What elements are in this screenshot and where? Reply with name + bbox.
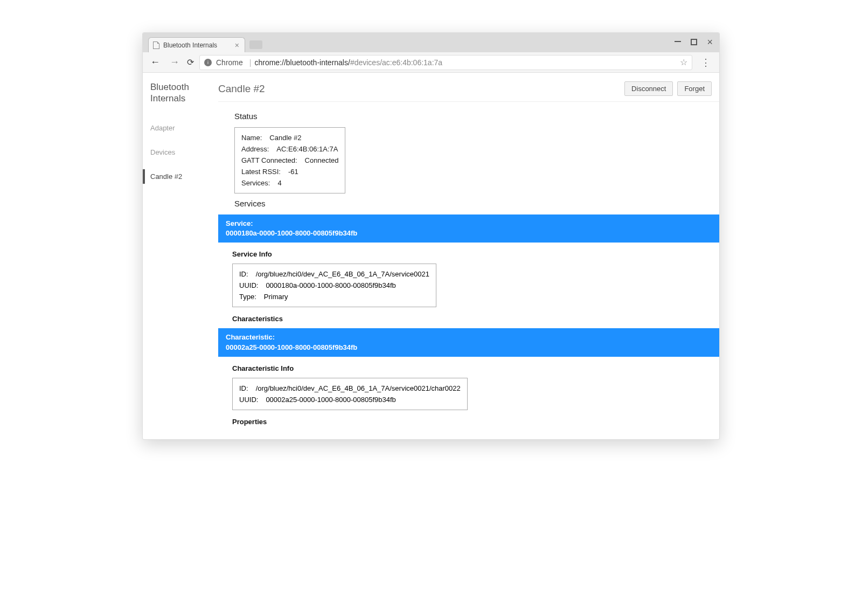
service-info-box: ID:/org/bluez/hci0/dev_AC_E6_4B_06_1A_7A…: [232, 264, 436, 307]
reload-button[interactable]: ⟳: [187, 57, 194, 67]
service-info-uuid: 0000180a-0000-1000-8000-00805f9b34fb: [266, 281, 395, 289]
characteristic-header-bar[interactable]: Characteristic: 00002a25-0000-1000-8000-…: [218, 328, 719, 356]
characteristic-info-heading: Characteristic Info: [232, 364, 719, 372]
status-rssi: -61: [288, 168, 298, 176]
tab-title: Bluetooth Internals: [163, 41, 217, 49]
services-section: Services: [218, 193, 719, 208]
service-header-bar[interactable]: Service: 0000180a-0000-1000-8000-00805f9…: [218, 214, 719, 243]
back-button[interactable]: ←: [148, 56, 162, 69]
page-icon: [153, 41, 159, 49]
sidebar-item-devices[interactable]: Devices: [150, 145, 218, 160]
tab-close-icon[interactable]: ×: [235, 41, 239, 49]
status-heading: Status: [234, 112, 711, 121]
bookmark-star-icon[interactable]: ☆: [680, 57, 687, 67]
sidebar-item-candle2[interactable]: Candle #2: [143, 169, 218, 184]
characteristic-info-section: Characteristic Info ID:/org/bluez/hci0/d…: [218, 357, 719, 410]
characteristic-info-uuid: 00002a25-0000-1000-8000-00805f9b34fb: [266, 396, 395, 404]
characteristic-id: /org/bluez/hci0/dev_AC_E6_4B_06_1A_7A/se…: [256, 384, 461, 392]
window-controls: ×: [675, 37, 713, 47]
status-address: AC:E6:4B:06:1A:7A: [276, 145, 338, 153]
address-bar: ← → ⟳ i Chrome | chrome://bluetooth-inte…: [143, 52, 719, 73]
characteristic-uuid: 00002a25-0000-1000-8000-00805f9b34fb: [226, 343, 357, 351]
url-host: chrome://bluetooth-internals/: [254, 58, 350, 67]
status-section: Status Name:Candle #2 Address:AC:E6:4B:0…: [218, 102, 719, 193]
status-box: Name:Candle #2 Address:AC:E6:4B:06:1A:7A…: [234, 127, 345, 193]
header-row: Candle #2 Disconnect Forget: [218, 81, 719, 102]
close-icon[interactable]: ×: [707, 37, 713, 47]
properties-section: Properties: [218, 410, 719, 434]
url-path: #devices/ac:e6:4b:06:1a:7a: [350, 58, 442, 67]
new-tab-button[interactable]: [249, 40, 262, 49]
characteristic-info-box: ID:/org/bluez/hci0/dev_AC_E6_4B_06_1A_7A…: [232, 378, 468, 410]
disconnect-button[interactable]: Disconnect: [624, 81, 673, 96]
page-title: Candle #2: [218, 83, 265, 95]
service-info-heading: Service Info: [232, 250, 719, 258]
page-content: Bluetooth Internals Adapter Devices Cand…: [143, 73, 719, 439]
app-title: Bluetooth Internals: [150, 81, 218, 105]
characteristics-section: Characteristics: [218, 307, 719, 323]
characteristics-heading: Characteristics: [232, 315, 719, 323]
browser-menu-icon[interactable]: ⋮: [698, 57, 714, 68]
service-type: Primary: [264, 293, 288, 301]
site-info-icon[interactable]: i: [204, 59, 212, 66]
minimize-icon[interactable]: [675, 41, 681, 42]
browser-tab[interactable]: Bluetooth Internals ×: [148, 37, 245, 52]
service-id: /org/bluez/hci0/dev_AC_E6_4B_06_1A_7A/se…: [256, 270, 429, 278]
url-scheme-label: Chrome: [216, 58, 243, 67]
maximize-icon[interactable]: [691, 39, 697, 45]
main: Candle #2 Disconnect Forget Status Name:…: [218, 73, 719, 439]
status-gatt: Connected: [305, 156, 339, 164]
sidebar: Bluetooth Internals Adapter Devices Cand…: [143, 73, 218, 439]
browser-window: Bluetooth Internals × × ← → ⟳ i Chrome |…: [142, 32, 720, 440]
sidebar-item-adapter[interactable]: Adapter: [150, 121, 218, 135]
omnibox[interactable]: i Chrome | chrome://bluetooth-internals/…: [199, 55, 692, 70]
forward-button[interactable]: →: [168, 56, 182, 69]
titlebar: Bluetooth Internals × ×: [143, 33, 719, 52]
status-services-count: 4: [277, 179, 281, 187]
status-name: Candle #2: [269, 134, 301, 142]
services-heading: Services: [234, 199, 711, 208]
service-info-section: Service Info ID:/org/bluez/hci0/dev_AC_E…: [218, 243, 719, 307]
service-uuid: 0000180a-0000-1000-8000-00805f9b34fb: [226, 229, 357, 237]
properties-heading: Properties: [232, 418, 719, 426]
forget-button[interactable]: Forget: [677, 81, 712, 96]
